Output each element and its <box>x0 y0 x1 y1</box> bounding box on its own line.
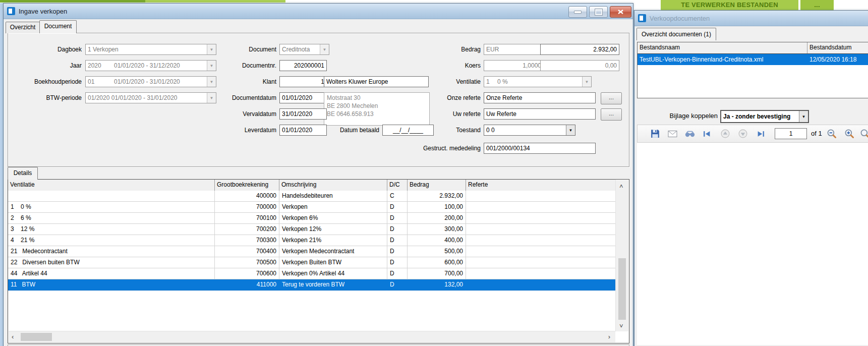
cell-ventilatie: 1 0 % <box>8 202 215 213</box>
files-table: Bestandsnaam Bestandsdatum TestUBL-Verko… <box>637 42 868 98</box>
document-window-icon <box>638 14 646 22</box>
table-row[interactable]: 400000 Handelsdebiteuren C 2.932,00 <box>8 191 616 202</box>
cell-grootboekrekening: 411000 <box>215 279 279 291</box>
uw-referte-field[interactable]: Uw Referte <box>484 108 596 120</box>
tab-document[interactable]: Document <box>39 20 77 33</box>
documentdatum-field[interactable]: 01/01/2020 <box>279 92 327 103</box>
onze-referte-browse-button[interactable]: ... <box>601 92 622 104</box>
leverdatum-label: Leverdatum <box>205 125 276 135</box>
table-row[interactable]: 11 BTW 411000 Terug te vorderen BTW D 13… <box>8 279 616 291</box>
column-header[interactable]: Grootboekrekening <box>215 180 279 191</box>
zoom-in-icon <box>844 129 854 139</box>
te-verwerken-dots-button[interactable]: ... <box>800 0 834 11</box>
cell-omschrijving: Handelsdebiteuren <box>279 191 387 202</box>
column-header[interactable]: Bedrag <box>408 180 466 191</box>
column-header[interactable]: Bestandsdatum <box>807 42 868 53</box>
klant-label: Klant <box>205 77 276 87</box>
save-icon <box>651 129 660 138</box>
documentdatum-label: Documentdatum <box>205 93 276 103</box>
tab-overzicht-documenten[interactable]: Overzicht documenten (1) <box>636 28 716 40</box>
search-button[interactable] <box>683 128 697 140</box>
scroll-down-icon[interactable]: ˅ <box>619 323 623 329</box>
cell-ventilatie: 11 BTW <box>8 279 215 291</box>
cell-ventilatie: 2 6 % <box>8 213 215 224</box>
details-vertical-scrollbar[interactable]: ˄ ˅ <box>615 180 628 331</box>
table-row[interactable]: 44 Artikel 44 700600 Verkopen 0% Artikel… <box>8 268 616 279</box>
vertical-scroll-thumb[interactable] <box>618 258 626 320</box>
minimize-button[interactable] <box>568 6 587 18</box>
zoom-in-button[interactable] <box>843 128 856 140</box>
table-row[interactable]: 1 0 % 700000 Verkopen D 100,00 <box>8 202 616 213</box>
tab-overzicht[interactable]: Overzicht <box>6 22 40 33</box>
cell-referte <box>466 213 616 224</box>
zoom-mode-button[interactable]: ▼ <box>859 128 868 140</box>
cell-referte <box>466 191 616 202</box>
koers-amount-field: 0,00 <box>540 60 619 71</box>
column-header[interactable]: D/C <box>387 180 408 191</box>
dagboek-value: 1 Verkopen <box>86 44 207 54</box>
page-number-input[interactable] <box>775 128 807 139</box>
table-row[interactable]: 3 12 % 700200 Verkopen 12% D 300,00 <box>8 224 616 235</box>
koers-rate-field: 1,0000 <box>484 60 544 71</box>
cell-bedrag: 600,00 <box>408 257 466 268</box>
onze-referte-field[interactable]: Onze Referte <box>484 92 596 103</box>
previous-page-button[interactable] <box>719 128 732 140</box>
column-header[interactable]: Bestandsnaam <box>638 42 807 53</box>
scroll-up-icon[interactable]: ˄ <box>619 183 623 190</box>
table-row[interactable]: 22 Diversen buiten BTW 700500 Verkopen B… <box>8 257 616 268</box>
last-page-button[interactable] <box>754 128 767 140</box>
uw-referte-browse-button[interactable]: ... <box>601 108 622 121</box>
cell-referte <box>466 224 616 235</box>
vervaldatum-label: Vervaldatum <box>205 109 276 119</box>
klant-number-field[interactable]: 1 <box>279 76 327 87</box>
scroll-right-icon[interactable]: › <box>608 333 610 340</box>
bijlage-koppelen-combo[interactable]: Ja - zonder bevestiging ▼ <box>720 110 809 123</box>
cell-ventilatie <box>8 191 215 202</box>
ventilatie-label: Ventilatie <box>387 77 481 87</box>
document-value: Creditnota <box>280 44 320 54</box>
scroll-left-icon[interactable]: ‹ <box>12 333 14 340</box>
close-icon <box>618 10 623 14</box>
save-button[interactable] <box>649 128 662 140</box>
zoom-out-button[interactable] <box>825 128 838 140</box>
gestruct-mededeling-field[interactable]: 001/2000/00134 <box>484 143 596 154</box>
jaar-label: Jaar <box>14 61 82 71</box>
file-list-item[interactable]: TestUBL-Verkopen-Binnenland-Creditnota.x… <box>638 54 868 65</box>
horizontal-scroll-thumb[interactable] <box>21 333 52 341</box>
bedrag-currency-field: EUR <box>484 44 544 55</box>
bedrag-amount-field[interactable]: 2.932,00 <box>540 44 619 55</box>
dagboek-combo: 1 Verkopen ▼ <box>85 44 216 55</box>
documentnr-field[interactable]: 202000001 <box>279 60 327 71</box>
table-row[interactable]: 21 Medecontractant 700400 Verkopen Medec… <box>8 246 616 257</box>
column-header[interactable]: Referte <box>466 180 616 191</box>
btw-periode-label: BTW-periode <box>14 93 82 103</box>
close-button[interactable] <box>610 6 631 18</box>
cell-referte <box>466 257 616 268</box>
vervaldatum-field[interactable]: 31/01/2020 <box>279 108 327 120</box>
leverdatum-field[interactable]: 01/01/2020 <box>279 125 327 136</box>
toestand-combo[interactable]: 0 0 ▼ <box>484 125 575 136</box>
chevron-down-icon: ▼ <box>799 111 808 122</box>
te-verwerken-bestanden-button[interactable]: TE VERWERKEN BESTANDEN <box>661 0 798 11</box>
column-header[interactable]: Ventilatie <box>8 180 215 191</box>
cell-ventilatie: 44 Artikel 44 <box>8 268 215 279</box>
cell-omschrijving: Verkopen Buiten BTW <box>279 257 387 268</box>
cell-referte <box>466 202 616 213</box>
next-page-button[interactable] <box>736 128 749 140</box>
tab-details[interactable]: Details <box>8 167 38 180</box>
documentnr-label: Documentnr. <box>205 61 276 71</box>
first-page-button[interactable] <box>700 128 713 140</box>
maximize-button[interactable] <box>589 6 608 18</box>
details-table-header: Ventilatie Grootboekrekening Omschrijvin… <box>8 180 616 191</box>
table-row[interactable]: 2 6 % 700100 Verkopen 6% D 200,00 <box>8 213 616 224</box>
verkoopdocumenten-window: Verkoopdocumenten Overzicht documenten (… <box>634 10 868 346</box>
document-window-icon <box>7 7 15 15</box>
table-row[interactable]: 4 21 % 700300 Verkopen 21% D 400,00 <box>8 235 616 246</box>
jaar-combo: 202001/01/2020 - 31/12/2020 ▼ <box>85 60 216 71</box>
main-window-title: Ingave verkopen <box>19 8 67 15</box>
cell-ventilatie: 3 12 % <box>8 224 215 235</box>
column-header[interactable]: Omschrijving <box>279 180 387 191</box>
cell-grootboekrekening: 700000 <box>215 202 279 213</box>
details-horizontal-scrollbar[interactable]: ‹ › <box>9 331 615 342</box>
email-button[interactable] <box>666 128 679 140</box>
